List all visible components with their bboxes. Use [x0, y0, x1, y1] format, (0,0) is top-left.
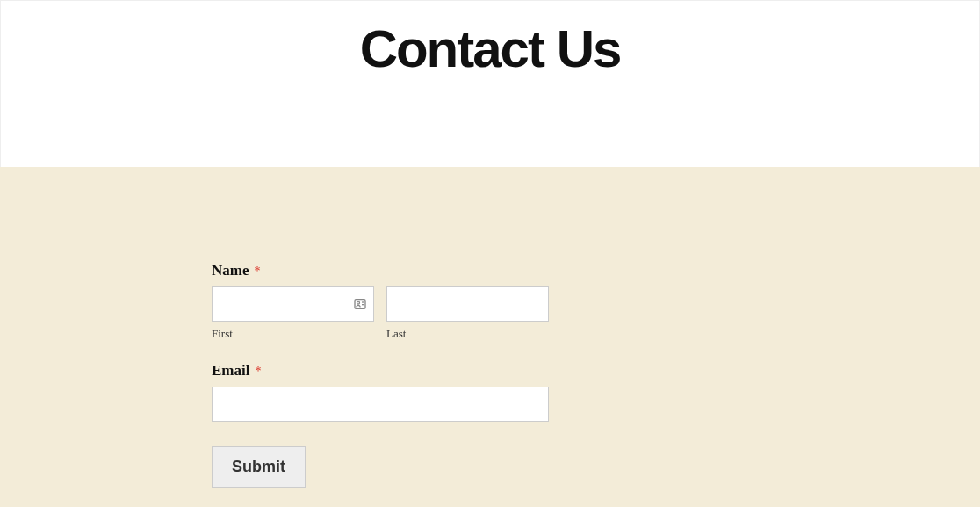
submit-button[interactable]: Submit — [212, 446, 306, 488]
last-name-column: Last — [386, 286, 549, 341]
name-field-group: Name * — [212, 262, 774, 341]
email-field-group: Email * — [212, 362, 774, 422]
first-name-column: First — [212, 286, 374, 341]
name-label: Name — [212, 262, 249, 279]
required-marker-icon: * — [255, 365, 261, 378]
header-section: Contact Us — [0, 0, 980, 167]
form-section: Name * — [0, 167, 980, 507]
contact-form: Name * — [212, 262, 774, 488]
email-input[interactable] — [212, 387, 549, 422]
required-marker-icon: * — [254, 264, 260, 278]
first-name-input-wrap — [212, 286, 374, 322]
first-name-sublabel: First — [212, 327, 374, 341]
first-name-input[interactable] — [212, 286, 374, 322]
last-name-input[interactable] — [386, 286, 549, 322]
email-label: Email — [212, 362, 249, 380]
page-title: Contact Us — [1, 18, 979, 79]
name-row: First Last — [212, 286, 774, 341]
last-name-sublabel: Last — [386, 327, 549, 341]
